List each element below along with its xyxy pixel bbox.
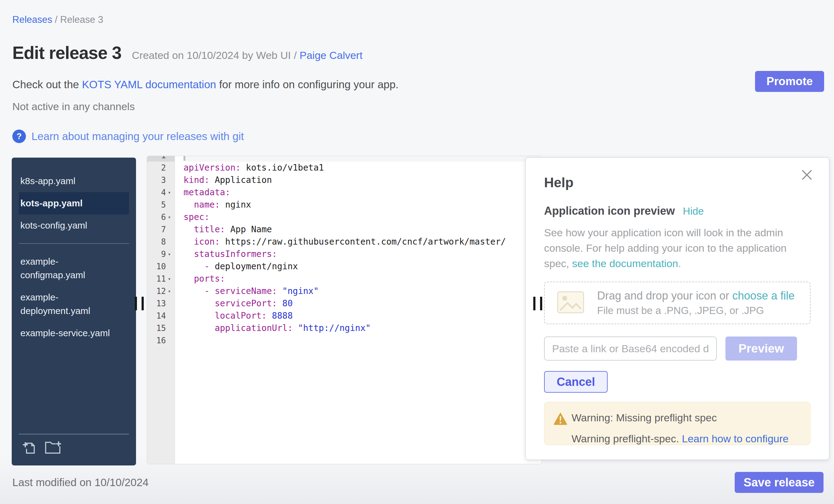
preflight-warning: Warning: Missing preflight spec Warning … — [544, 402, 811, 445]
learn-configure-link[interactable]: Learn how to configure — [682, 433, 789, 444]
help-panel-resize-handle[interactable] — [533, 297, 542, 310]
preview-button[interactable]: Preview — [725, 336, 797, 360]
icon-url-row: Preview — [544, 336, 811, 360]
code-line-2[interactable]: apiVersion: kots.io/v1beta1 — [183, 162, 542, 174]
breadcrumb: Releases / Release 3 — [12, 14, 103, 25]
warning-icon — [553, 412, 568, 427]
close-icon — [801, 177, 813, 182]
code-line-13[interactable]: servicePort: 80 — [183, 297, 542, 310]
icon-dropzone[interactable]: Drag and drop your icon or choose a file… — [544, 282, 811, 324]
code-line-7[interactable]: title: App Name — [183, 223, 542, 236]
close-help-button[interactable] — [801, 169, 813, 182]
git-releases-link[interactable]: Learn about managing your releases with … — [31, 130, 244, 143]
code-line-11[interactable]: ports: — [183, 273, 542, 285]
sidebar-footer — [19, 434, 129, 459]
sidebar-file-example-service.yaml[interactable]: example-service.yaml — [19, 322, 129, 344]
code-line-1[interactable]: --- — [183, 156, 542, 162]
gutter-line-7: 7 — [147, 223, 175, 236]
code-line-3[interactable]: kind: Application — [183, 174, 542, 186]
text-cursor — [183, 156, 185, 161]
editor-scroll: 1234▾56▾789▾1011▾12▾13141516 ---apiVersi… — [147, 156, 542, 464]
icon-preview-title: Application icon preview — [544, 204, 675, 217]
warning-detail-text: Warning preflight-spec. — [572, 433, 682, 444]
sidebar-file-k8s-app.yaml[interactable]: k8s-app.yaml — [19, 170, 129, 192]
sidebar-file-example-configmap.yaml[interactable]: example-configmap.yaml — [19, 250, 129, 286]
sidebar-file-kots-config.yaml[interactable]: kots-config.yaml — [19, 214, 129, 237]
choose-file-link[interactable]: choose a file — [732, 289, 794, 302]
new-file-icon — [23, 450, 37, 455]
fold-arrow-icon[interactable]: ▾ — [166, 251, 173, 257]
gutter-line-5: 5 — [147, 199, 175, 211]
code-line-5[interactable]: name: nginx — [183, 199, 542, 211]
drop-hint: File must be a .PNG, .JPEG, or .JPG — [597, 305, 794, 316]
gutter-line-4: 4▾ — [147, 186, 175, 199]
created-by-link[interactable]: Paige Calvert — [300, 49, 363, 61]
sidebar-resize-handle[interactable] — [135, 297, 144, 310]
sidebar-file-kots-app.yaml[interactable]: kots-app.yaml — [19, 192, 129, 214]
cancel-button[interactable]: Cancel — [544, 371, 608, 393]
gutter-line-1: 1 — [147, 156, 175, 162]
breadcrumb-separator: / — [52, 14, 60, 25]
fold-arrow-icon[interactable]: ▾ — [166, 288, 173, 294]
code-line-6[interactable]: spec: — [183, 211, 542, 223]
help-desc-period: . — [678, 258, 681, 269]
gutter-line-10: 10 — [147, 260, 175, 273]
git-help-row: ? Learn about managing your releases wit… — [12, 130, 244, 143]
edit-release-page: Releases / Release 3 Edit release 3 Crea… — [0, 0, 834, 504]
gutter-line-6: 6▾ — [147, 211, 175, 223]
new-file-button[interactable] — [23, 440, 37, 455]
code-line-8[interactable]: icon: https://raw.githubusercontent.com/… — [183, 236, 542, 248]
fold-arrow-icon[interactable]: ▾ — [166, 276, 173, 282]
gutter-line-9: 9▾ — [147, 248, 175, 260]
gutter-line-13: 13 — [147, 297, 175, 310]
breadcrumb-current: Release 3 — [60, 14, 103, 25]
code-line-9[interactable]: statusInformers: — [183, 248, 542, 260]
channel-status: Not active in any channels — [12, 101, 135, 113]
code-line-15[interactable]: applicationUrl: "http://nginx" — [183, 322, 542, 334]
page-title: Edit release 3 — [12, 43, 122, 63]
gutter-line-15: 15 — [147, 322, 175, 334]
hide-link[interactable]: Hide — [683, 205, 704, 217]
doc-line-suffix: for more info on configuring your app. — [216, 78, 398, 90]
warning-title: Warning: Missing preflight spec — [572, 412, 801, 424]
help-section-row: Application icon preview Hide — [544, 204, 811, 217]
fold-arrow-icon[interactable]: ▾ — [166, 214, 173, 220]
editor-content[interactable]: ---apiVersion: kots.io/v1beta1kind: Appl… — [175, 156, 542, 464]
code-line-4[interactable]: metadata: — [183, 186, 542, 199]
save-release-button[interactable]: Save release — [735, 472, 824, 493]
question-icon: ? — [12, 130, 26, 143]
warning-detail: Warning preflight-spec. Learn how to con… — [572, 433, 801, 445]
title-row: Edit release 3 Created on 10/10/2024 by … — [12, 43, 363, 63]
code-line-10[interactable]: - deployment/nginx — [183, 260, 542, 273]
sidebar-divider — [19, 243, 129, 244]
see-documentation-link[interactable]: see the documentation — [572, 258, 678, 269]
drop-text: Drag and drop your icon or — [597, 289, 732, 302]
gutter-line-8: 8 — [147, 236, 175, 248]
dropzone-text: Drag and drop your icon or choose a file… — [597, 289, 794, 316]
help-panel: Help Application icon preview Hide See h… — [525, 157, 829, 460]
gutter-line-16: 16 — [147, 334, 175, 347]
doc-line-prefix: Check out the — [12, 78, 82, 90]
gutter-line-3: 3 — [147, 174, 175, 186]
fold-arrow-icon[interactable]: ▾ — [166, 190, 173, 196]
kots-yaml-doc-link[interactable]: KOTS YAML documentation — [82, 78, 216, 90]
code-line-16[interactable] — [183, 334, 542, 347]
yaml-editor[interactable]: 1234▾56▾789▾1011▾12▾13141516 ---apiVersi… — [147, 156, 542, 464]
sidebar-file-example-deployment.yaml[interactable]: example-deployment.yaml — [19, 286, 129, 322]
help-title: Help — [544, 175, 811, 190]
image-placeholder-icon — [556, 290, 585, 316]
gutter-line-11: 11▾ — [147, 273, 175, 285]
new-folder-button[interactable] — [45, 440, 62, 455]
code-line-12[interactable]: - serviceName: "nginx" — [183, 285, 542, 297]
breadcrumb-releases-link[interactable]: Releases — [12, 14, 52, 25]
promote-button[interactable]: Promote — [755, 71, 824, 92]
code-line-14[interactable]: localPort: 8888 — [183, 310, 542, 322]
gutter-line-2: 2 — [147, 162, 175, 174]
file-list: k8s-app.yamlkots-app.yamlkots-config.yam… — [19, 170, 129, 344]
editor-gutter: 1234▾56▾789▾1011▾12▾13141516 — [147, 156, 175, 464]
icon-url-input[interactable] — [544, 336, 717, 360]
file-sidebar: k8s-app.yamlkots-app.yamlkots-config.yam… — [12, 158, 136, 465]
gutter-line-12: 12▾ — [147, 285, 175, 297]
help-description: See how your application icon will look … — [544, 225, 811, 271]
created-meta: Created on 10/10/2024 by Web UI / Paige … — [132, 49, 363, 61]
